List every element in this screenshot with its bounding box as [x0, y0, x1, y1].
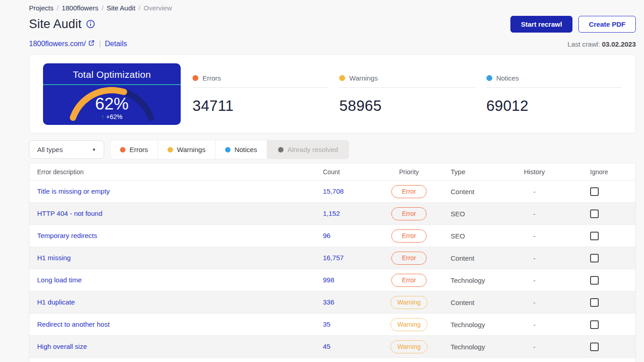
details-link[interactable]: Details [105, 40, 127, 48]
error-description-link[interactable]: Temporary redirects [37, 232, 97, 239]
col-header-type: Type [445, 168, 519, 176]
table-row: Temporary redirects 96 Error SEO - [29, 225, 635, 247]
severity-tabs: Errors Warnings Notices Already resolved [111, 140, 349, 159]
priority-badge: Error [391, 185, 427, 198]
col-header-error-description: Error description [37, 168, 323, 176]
summary-card: Total Optimization 62% ↑ +62% Errors [29, 54, 636, 133]
stat-label: Errors [202, 74, 221, 82]
count-link[interactable]: 998 [323, 276, 334, 284]
error-description-link[interactable]: H1 missing [37, 254, 71, 262]
tab-warnings[interactable]: Warnings [158, 140, 216, 159]
table-row: H1 duplicate 336 Warning Content - [29, 291, 635, 314]
arrow-up-icon: ↑ [101, 113, 104, 120]
type-cell: SEO [445, 210, 519, 218]
errors-dot-icon [192, 75, 198, 81]
breadcrumb-separator: / [139, 4, 140, 12]
count-link[interactable]: 45 [323, 343, 331, 350]
domain-link[interactable]: 1800flowers.com/ [29, 40, 95, 48]
priority-badge: Warning [390, 340, 428, 353]
priority-badge: Error [391, 229, 427, 243]
errors-dot-icon [120, 147, 125, 152]
errors-count: 34711 [192, 97, 328, 114]
breadcrumb-overview: Overview [144, 4, 172, 12]
count-link[interactable]: 96 [323, 232, 331, 239]
chevron-down-icon: ▼ [92, 148, 96, 152]
history-cell: - [519, 232, 569, 240]
count-link[interactable]: 1,152 [323, 210, 340, 217]
table-header-row: Error description Count Priority Type Hi… [29, 163, 635, 181]
breadcrumb-projects[interactable]: Projects [29, 4, 53, 12]
col-header-count: Count [323, 168, 373, 176]
type-cell: Content [445, 254, 519, 262]
info-icon[interactable] [86, 19, 95, 29]
breadcrumb-site-audit[interactable]: Site Audit [106, 4, 135, 12]
count-link[interactable]: 16,757 [323, 254, 344, 262]
ignore-checkbox[interactable] [590, 254, 599, 262]
breadcrumb: Projects / 1800flowers / Site Audit / Ov… [29, 0, 636, 12]
divider: | [99, 40, 101, 48]
type-cell: Technology [445, 276, 519, 284]
priority-badge: Error [391, 252, 427, 265]
warnings-dot-icon [168, 147, 173, 152]
notices-dot-icon [486, 75, 492, 81]
ignore-checkbox[interactable] [590, 187, 599, 196]
count-link[interactable]: 35 [323, 320, 331, 328]
table-row: High overall size 45 Warning Technology … [29, 336, 635, 358]
ignore-checkbox[interactable] [590, 210, 599, 218]
history-cell: - [519, 321, 569, 329]
notices-count: 69012 [486, 97, 622, 114]
history-cell: - [519, 210, 569, 218]
col-header-ignore: Ignore [569, 168, 635, 176]
type-cell: Technology [445, 321, 519, 329]
type-filter-dropdown[interactable]: All types ▼ [29, 140, 104, 159]
col-header-priority: Priority [399, 168, 419, 176]
error-description-link[interactable]: Long load time [37, 276, 82, 284]
ignore-checkbox[interactable] [590, 298, 599, 307]
error-description-link[interactable]: H1 duplicate [37, 298, 75, 306]
table-body: Title is missing or empty 15,708 Error C… [29, 181, 635, 362]
error-description-link[interactable]: HTTP 404 - not found [37, 210, 102, 217]
table-row: Warning [29, 358, 635, 362]
type-cell: Content [445, 299, 519, 306]
domain-text: 1800flowers.com/ [29, 40, 86, 48]
priority-badge: Error [391, 207, 427, 220]
col-header-history: History [519, 168, 569, 176]
history-cell: - [519, 276, 569, 284]
ignore-checkbox[interactable] [590, 343, 599, 351]
last-crawl-date: 03.02.2023 [602, 40, 636, 48]
error-description-link[interactable]: Title is missing or empty [37, 187, 110, 195]
count-link[interactable]: 336 [323, 298, 334, 306]
start-recrawl-button[interactable]: Start recrawl [510, 16, 572, 33]
notices-dot-icon [225, 147, 231, 152]
last-crawl: Last crawl: 03.02.2023 [567, 40, 636, 48]
tab-notices[interactable]: Notices [216, 140, 267, 159]
table-row: Title is missing or empty 15,708 Error C… [29, 181, 635, 203]
table-row: Long load time 998 Error Technology - [29, 269, 635, 291]
type-cell: Technology [445, 343, 519, 351]
priority-badge: Warning [390, 296, 428, 309]
table-row: Redirect to another host 35 Warning Tech… [29, 314, 635, 336]
tab-already-resolved[interactable]: Already resolved [267, 140, 349, 159]
type-cell: Content [445, 188, 519, 195]
count-link[interactable]: 15,708 [323, 187, 344, 195]
history-cell: - [519, 254, 569, 262]
stat-notices: Notices 69012 [486, 74, 622, 124]
breadcrumb-separator: / [57, 4, 58, 12]
ignore-checkbox[interactable] [590, 276, 599, 285]
stat-warnings: Warnings 58965 [339, 74, 475, 124]
create-pdf-button[interactable]: Create PDF [578, 16, 636, 33]
dropdown-value: All types [37, 146, 63, 153]
error-description-link[interactable]: Redirect to another host [37, 320, 110, 328]
ignore-checkbox[interactable] [590, 320, 599, 329]
total-optimization-gauge: Total Optimization 62% ↑ +62% [43, 63, 181, 125]
priority-badge: Error [391, 274, 427, 287]
gauge-delta: ↑ +62% [43, 113, 181, 120]
error-description-link[interactable]: High overall size [37, 343, 87, 350]
tab-errors[interactable]: Errors [111, 140, 158, 159]
type-cell: SEO [445, 232, 519, 240]
ignore-checkbox[interactable] [590, 232, 599, 240]
breadcrumb-project-name[interactable]: 1800flowers [62, 4, 98, 12]
stat-label: Warnings [349, 74, 378, 82]
priority-badge: Warning [390, 318, 428, 331]
history-cell: - [519, 343, 569, 351]
